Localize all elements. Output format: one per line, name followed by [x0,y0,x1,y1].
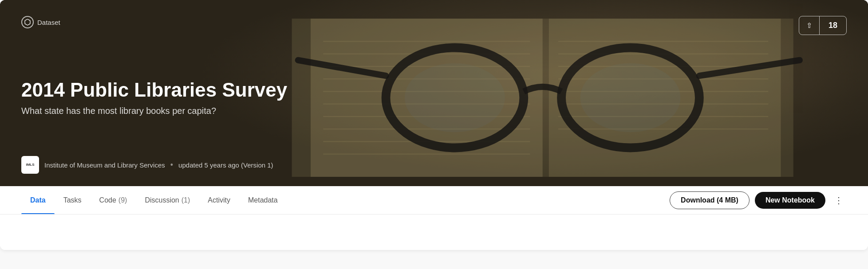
separator: • [170,160,173,170]
more-options-button[interactable]: ⋮ [831,192,847,208]
tab-code[interactable]: Code (9) [91,186,136,214]
upvote-count: 18 [820,16,846,35]
hero-banner: Dataset ⇧ 18 2014 Public Libraries Surve… [0,0,868,186]
tab-code-label: Code [99,196,116,204]
bottom-content-area [0,214,868,250]
tab-discussion-badge: (1) [181,196,190,204]
hero-top-row: Dataset ⇧ 18 [21,16,847,35]
tab-discussion-label: Discussion [145,196,179,204]
hero-content: Dataset ⇧ 18 2014 Public Libraries Surve… [21,16,847,174]
hero-main: 2014 Public Libraries Survey What state … [21,35,847,156]
upvote-button[interactable]: ⇧ 18 [799,16,847,35]
tab-activity-label: Activity [208,196,230,204]
tab-data-label: Data [30,196,46,204]
tab-discussion[interactable]: Discussion (1) [136,186,199,214]
tab-metadata[interactable]: Metadata [239,186,287,214]
hero-footer: IMLS Institute of Museum and Library Ser… [21,156,847,174]
tab-data[interactable]: Data [21,186,55,214]
dataset-title: 2014 Public Libraries Survey [21,79,847,101]
nav-tabs: Data Tasks Code (9) Discussion (1) Activ… [21,186,287,214]
download-button[interactable]: Download (4 MB) [670,191,750,209]
dataset-badge: Dataset [21,16,60,28]
updated-text: updated 5 years ago (Version 1) [178,161,273,169]
author-logo-image: IMLS [26,163,34,167]
tab-tasks[interactable]: Tasks [55,186,91,214]
nav-actions: Download (4 MB) New Notebook ⋮ [670,191,847,209]
dataset-icon [21,16,34,28]
tab-activity[interactable]: Activity [199,186,239,214]
author-logo: IMLS [21,156,39,174]
dataset-subtitle: What state has the most library books pe… [21,106,847,116]
tab-code-badge: (9) [118,196,127,204]
tab-tasks-label: Tasks [63,196,82,204]
tab-metadata-label: Metadata [248,196,278,204]
page-wrapper: Dataset ⇧ 18 2014 Public Libraries Surve… [0,0,868,250]
more-icon: ⋮ [834,195,843,206]
badge-label: Dataset [37,19,60,26]
upvote-arrow-icon: ⇧ [799,16,820,35]
nav-bar: Data Tasks Code (9) Discussion (1) Activ… [0,186,868,214]
new-notebook-button[interactable]: New Notebook [755,192,825,209]
author-name[interactable]: Institute of Museum and Library Services [44,161,165,169]
